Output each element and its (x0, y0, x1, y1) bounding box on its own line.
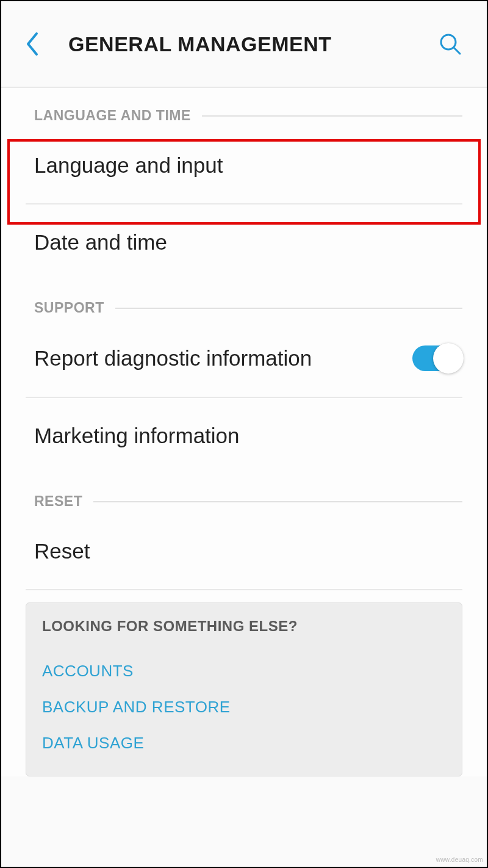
content-area: LANGUAGE AND TIME Language and input Dat… (1, 88, 487, 776)
section-header-reset: RESET (1, 474, 487, 513)
row-label: Language and input (34, 153, 462, 178)
row-date-and-time[interactable]: Date and time (1, 204, 487, 280)
chevron-left-icon (26, 32, 39, 56)
toggle-report-diagnostic[interactable] (412, 345, 462, 371)
row-reset[interactable]: Reset (1, 513, 487, 589)
row-label: Date and time (34, 230, 462, 255)
section-header-language-time: LANGUAGE AND TIME (1, 88, 487, 128)
row-language-and-input[interactable]: Language and input (1, 128, 487, 203)
page-title: GENERAL MANAGEMENT (56, 32, 432, 56)
link-backup-and-restore[interactable]: BACKUP AND RESTORE (37, 689, 451, 725)
row-report-diagnostic[interactable]: Report diagnostic information (1, 320, 487, 397)
link-accounts[interactable]: ACCOUNTS (37, 653, 451, 689)
row-label: Marketing information (34, 424, 462, 448)
section-label: LANGUAGE AND TIME (34, 107, 191, 124)
section-label: RESET (34, 493, 82, 510)
row-label: Reset (34, 539, 462, 563)
divider (93, 501, 462, 502)
link-data-usage[interactable]: DATA USAGE (37, 725, 451, 761)
card-title: LOOKING FOR SOMETHING ELSE? (37, 618, 451, 635)
back-button[interactable] (26, 26, 56, 62)
row-marketing-information[interactable]: Marketing information (1, 398, 487, 474)
divider (115, 308, 462, 309)
looking-for-card: LOOKING FOR SOMETHING ELSE? ACCOUNTS BAC… (26, 602, 462, 776)
divider (202, 115, 462, 117)
row-label: Report diagnostic information (34, 346, 412, 371)
watermark: www.deuaq.com (436, 856, 483, 863)
toggle-knob (433, 343, 464, 374)
svg-line-1 (454, 48, 460, 54)
divider (26, 589, 462, 590)
section-header-support: SUPPORT (1, 280, 487, 320)
app-bar: GENERAL MANAGEMENT (1, 1, 487, 87)
section-label: SUPPORT (34, 300, 104, 316)
search-button[interactable] (432, 26, 468, 62)
search-icon (438, 32, 462, 56)
settings-screen: GENERAL MANAGEMENT LANGUAGE AND TIME Lan… (0, 0, 488, 868)
